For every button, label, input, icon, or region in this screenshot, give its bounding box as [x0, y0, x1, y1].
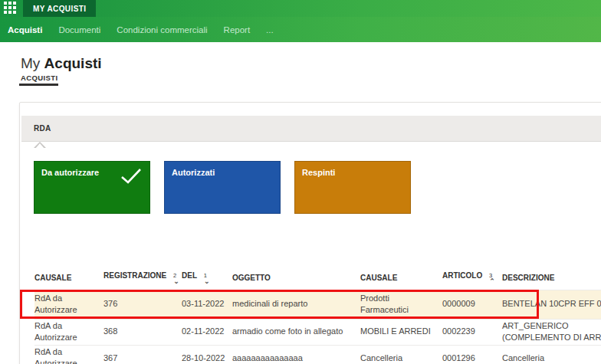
sort-asc-icon: ⌃	[489, 278, 495, 285]
rda-panel: RDA Da autorizzare Autorizzati Respinti	[19, 102, 601, 364]
top-header-bar: MY ACQUISTI	[0, 0, 601, 17]
nav-item-documenti[interactable]: Documenti	[58, 25, 100, 34]
tile-label: Da autorizzare	[41, 168, 99, 177]
nav-item-report[interactable]: Report	[224, 25, 251, 34]
rda-section-header[interactable]: RDA	[21, 116, 601, 142]
rda-section-label: RDA	[34, 124, 51, 133]
app-launcher-button[interactable]	[0, 0, 20, 17]
sort-desc-icon: ⌄	[173, 278, 179, 285]
col-header-descrizione[interactable]: DESCRIZIONE	[502, 267, 601, 290]
col-header-articolo[interactable]: ARTICOLO3⌃	[442, 267, 502, 290]
sort-desc-icon: ⌄	[204, 278, 210, 285]
tile-autorizzati[interactable]: Autorizzati	[164, 161, 281, 214]
tile-da-autorizzare[interactable]: Da autorizzare	[34, 161, 150, 214]
col-header-causale[interactable]: CAUSALE	[34, 267, 103, 290]
waffle-icon	[4, 2, 16, 14]
tile-respinti[interactable]: Respinti	[294, 161, 411, 214]
nav-item-acquisti[interactable]: Acquisti	[8, 25, 42, 34]
page-title: My Acquisti	[21, 55, 102, 72]
col-header-registrazione[interactable]: REGISTRAZIONE2⌄	[103, 267, 182, 290]
table-row[interactable]: RdA da Autorizzare 367 28-10-2022 aaaaaa…	[34, 345, 601, 364]
nav-item-more[interactable]: ...	[266, 25, 274, 34]
status-tiles: Da autorizzare Autorizzati Respinti	[34, 161, 411, 214]
col-header-oggetto[interactable]: OGGETTO	[232, 267, 360, 290]
table-row[interactable]: RdA da Autorizzare 368 02-11-2022 armadi…	[34, 319, 601, 345]
col-header-causale-merce[interactable]: CAUSALE	[360, 267, 442, 290]
table-row[interactable]: RdA da Autorizzare 376 03-11-2022 medici…	[34, 290, 601, 319]
main-navbar: Acquisti Documenti Condizioni commercial…	[0, 17, 601, 42]
rda-table: CAUSALE REGISTRAZIONE2⌄ DEL1⌄ OGGETTO CA…	[34, 267, 601, 364]
tile-label: Autorizzati	[172, 168, 215, 177]
tile-label: Respinti	[302, 168, 335, 177]
nav-item-condizioni-commerciali[interactable]: Condizioni commerciali	[117, 25, 207, 34]
col-header-del[interactable]: DEL1⌄	[182, 267, 232, 290]
app-title-button[interactable]: MY ACQUISTI	[23, 0, 96, 17]
tab-active-underline	[19, 84, 58, 86]
tab-acquisti[interactable]: ACQUISTI	[21, 74, 58, 82]
table-header-row: CAUSALE REGISTRAZIONE2⌄ DEL1⌄ OGGETTO CA…	[34, 267, 601, 290]
checkmark-icon	[120, 167, 143, 189]
